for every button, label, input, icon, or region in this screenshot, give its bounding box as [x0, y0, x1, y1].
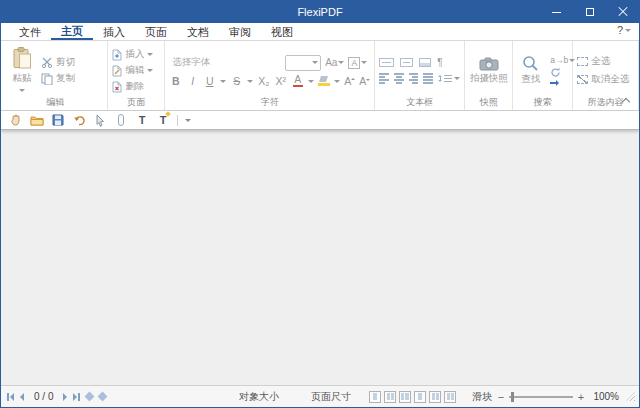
- chevron-down-icon: [625, 29, 631, 35]
- quick-toolbar: T T: [1, 111, 639, 130]
- undo-icon: [73, 115, 86, 126]
- collapse-ribbon-button[interactable]: [622, 97, 629, 104]
- chevron-down-icon: [338, 61, 344, 67]
- object-tool-button[interactable]: [114, 113, 128, 127]
- justify-button[interactable]: [423, 73, 433, 84]
- next-page-button[interactable]: [63, 393, 67, 401]
- view-mode-two-pages[interactable]: [399, 391, 411, 403]
- font-size-select[interactable]: [285, 55, 321, 71]
- select-all-button[interactable]: 全选: [577, 55, 629, 68]
- deselect-all-button[interactable]: 取消全选: [577, 73, 629, 86]
- close-button[interactable]: [606, 1, 639, 23]
- highlight-button[interactable]: [318, 76, 330, 87]
- tab-document[interactable]: 文档: [177, 23, 219, 40]
- next-view-button[interactable]: [98, 392, 108, 402]
- change-case-button[interactable]: Aa: [325, 57, 344, 68]
- text-tool-button[interactable]: T: [135, 113, 149, 127]
- minimize-button[interactable]: [540, 1, 573, 23]
- goto-button[interactable]: [550, 80, 575, 86]
- zoom-slider-thumb[interactable]: [511, 392, 514, 402]
- tab-pages[interactable]: 页面: [135, 23, 177, 40]
- ribbon-group-edit: 粘贴 剪切: [3, 41, 108, 110]
- chevron-down-icon: [334, 80, 340, 86]
- toolbar-overflow-button[interactable]: [185, 119, 191, 125]
- copy-button[interactable]: 复制: [41, 72, 75, 85]
- view-mode-single[interactable]: [369, 391, 381, 403]
- superscript-button[interactable]: X²: [274, 75, 287, 87]
- bold-button[interactable]: B: [169, 75, 182, 87]
- view-mode-buttons: [369, 391, 456, 403]
- resize-grip-icon[interactable]: [626, 392, 635, 401]
- delete-page-button[interactable]: 删除: [112, 80, 153, 93]
- tab-home[interactable]: 主页: [51, 23, 93, 40]
- find-button[interactable]: 查找: [517, 55, 544, 86]
- add-text-button[interactable]: T: [156, 113, 170, 127]
- font-color-button[interactable]: A: [291, 75, 304, 87]
- align-center-button[interactable]: [394, 73, 404, 84]
- first-page-button[interactable]: [7, 393, 14, 401]
- maximize-icon: [586, 8, 594, 16]
- help-button[interactable]: ?: [617, 24, 631, 36]
- paste-button[interactable]: 粘贴: [7, 47, 37, 95]
- zoom-in-button[interactable]: +: [577, 391, 585, 403]
- text-style-button[interactable]: A: [348, 57, 367, 69]
- cut-button[interactable]: 剪切: [41, 56, 75, 69]
- select-all-icon: [577, 57, 588, 66]
- fit-text-button[interactable]: [379, 58, 394, 67]
- hand-tool-button[interactable]: [9, 113, 23, 127]
- app-window: FlexiPDF 文件 主页 插入 页面 文档 审阅 视图 ?: [0, 0, 640, 408]
- show-pilcrow-button[interactable]: ¶: [437, 57, 442, 68]
- ribbon-group-snapshot: 拍摄快照 快照: [465, 41, 513, 110]
- align-left-button[interactable]: [379, 73, 389, 84]
- select-tool-button[interactable]: [93, 113, 107, 127]
- tab-file[interactable]: 文件: [9, 23, 51, 40]
- chevron-down-icon: [147, 53, 153, 59]
- font-family-select[interactable]: 选择字体: [169, 54, 281, 71]
- open-button[interactable]: [30, 113, 44, 127]
- zoom-slider[interactable]: [509, 396, 573, 398]
- help-label: ?: [617, 24, 623, 36]
- line-spacing-button[interactable]: [438, 73, 460, 84]
- stretch-text-button[interactable]: [400, 58, 413, 67]
- grow-font-button[interactable]: A: [344, 75, 355, 87]
- text-tool-icon: T: [139, 114, 146, 126]
- group-label-edit: 编辑: [7, 96, 103, 109]
- search-again-icon[interactable]: [550, 67, 561, 78]
- magnifier-icon: [522, 55, 539, 72]
- strikethrough-button[interactable]: S: [230, 75, 243, 87]
- last-page-button[interactable]: [73, 393, 80, 401]
- undo-button[interactable]: [72, 113, 86, 127]
- chevron-down-icon: [220, 80, 226, 86]
- shrink-font-button[interactable]: A: [359, 75, 370, 87]
- chevron-down-icon: [454, 77, 460, 83]
- view-mode-fit-page[interactable]: [414, 391, 426, 403]
- triangle-down-icon: [366, 79, 370, 83]
- take-snapshot-button[interactable]: 拍摄快照: [466, 57, 512, 85]
- sparkle-icon: [166, 111, 172, 117]
- italic-button[interactable]: I: [186, 75, 199, 87]
- align-right-button[interactable]: [409, 73, 419, 84]
- replace-button[interactable]: a→b: [550, 55, 575, 65]
- hand-icon: [10, 114, 22, 127]
- tab-view[interactable]: 视图: [261, 23, 303, 40]
- tab-review[interactable]: 审阅: [219, 23, 261, 40]
- view-mode-continuous[interactable]: [384, 391, 396, 403]
- view-mode-columns[interactable]: [444, 391, 456, 403]
- zoom-out-button[interactable]: −: [497, 391, 505, 403]
- subscript-button[interactable]: X₂: [257, 75, 270, 87]
- chevron-down-icon: [312, 61, 318, 67]
- tab-insert[interactable]: 插入: [93, 23, 135, 40]
- fill-text-button[interactable]: [419, 58, 431, 67]
- insert-page-button[interactable]: 插入: [112, 48, 153, 61]
- view-mode-grid[interactable]: [429, 391, 441, 403]
- underline-button[interactable]: U: [203, 75, 216, 87]
- maximize-button[interactable]: [573, 1, 606, 23]
- prev-page-button[interactable]: [20, 393, 24, 401]
- edit-page-button[interactable]: 编辑: [112, 64, 153, 77]
- page-pencil-icon: [112, 65, 122, 77]
- ribbon-group-character: 选择字体 Aa A B I U S X₂ X²: [165, 41, 375, 110]
- prev-view-button[interactable]: [85, 392, 95, 402]
- group-label-snapshot: 快照: [469, 96, 508, 109]
- save-button[interactable]: [51, 113, 65, 127]
- deselect-all-icon: [577, 75, 588, 84]
